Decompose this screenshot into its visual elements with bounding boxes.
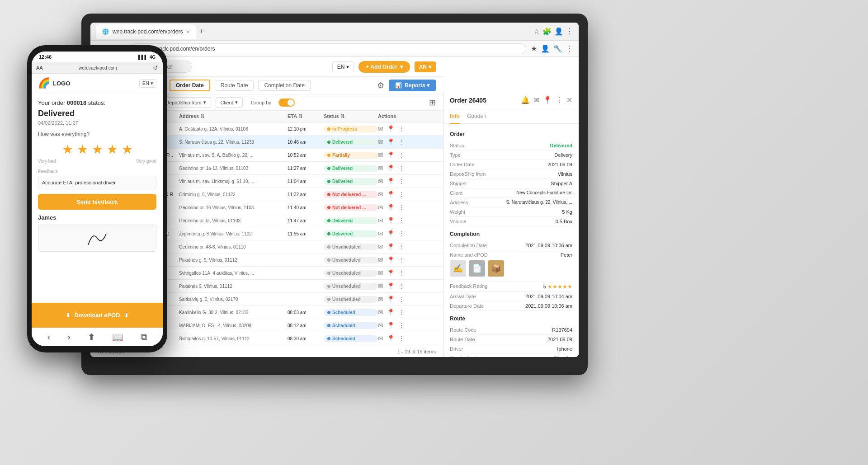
- add-order-button[interactable]: + Add Order ▾: [359, 61, 410, 73]
- star-5[interactable]: ★: [122, 142, 133, 157]
- action-loc-icon[interactable]: 📍: [387, 243, 395, 250]
- action-more-icon[interactable]: ⋮: [398, 269, 405, 277]
- depot-filter-btn[interactable]: Depot/Ship from ▾: [160, 97, 211, 108]
- more-icon[interactable]: ⋮: [566, 44, 573, 53]
- action-loc-icon[interactable]: 📍: [387, 296, 395, 303]
- action-loc-icon[interactable]: 📍: [387, 322, 395, 329]
- download-epod-button[interactable]: ⬇ Download ePOD ⬇: [38, 307, 156, 323]
- action-loc-icon[interactable]: 📍: [387, 230, 395, 237]
- stars-rating-row[interactable]: ★ ★ ★ ★ ★: [38, 142, 156, 157]
- action-msg-icon[interactable]: ✉: [378, 256, 383, 263]
- order-date-filter-btn[interactable]: Order Date: [170, 80, 210, 91]
- nav-forward-icon[interactable]: ›: [67, 332, 71, 343]
- action-msg-icon[interactable]: ✉: [378, 178, 383, 185]
- action-msg-icon[interactable]: ✉: [378, 282, 383, 290]
- bookmark-icon[interactable]: ★: [531, 44, 537, 53]
- tab-info[interactable]: Info: [450, 109, 460, 124]
- action-msg-icon[interactable]: ✉: [378, 322, 383, 329]
- profile-icon[interactable]: 👤: [554, 27, 563, 36]
- new-tab-btn[interactable]: +: [199, 27, 204, 36]
- star-4[interactable]: ★: [107, 142, 118, 157]
- panel-close-icon[interactable]: ✕: [566, 96, 572, 104]
- action-more-icon[interactable]: ⋮: [398, 282, 405, 290]
- action-more-icon[interactable]: ⋮: [398, 243, 405, 250]
- mobile-reload-icon[interactable]: ↺: [153, 64, 158, 71]
- action-more-icon[interactable]: ⋮: [398, 256, 405, 263]
- star-3[interactable]: ★: [92, 142, 103, 157]
- route-date-filter-btn[interactable]: Route Date: [215, 80, 254, 91]
- action-msg-icon[interactable]: ✉: [378, 335, 383, 342]
- reports-button[interactable]: 📊 Info Reports ▾: [389, 80, 436, 91]
- action-msg-icon[interactable]: ✉: [378, 217, 383, 224]
- epod-thumb-3[interactable]: 📦: [488, 260, 504, 277]
- action-msg-icon[interactable]: ✉: [378, 243, 383, 250]
- action-more-icon[interactable]: ⋮: [398, 335, 405, 342]
- action-msg-icon[interactable]: ✉: [378, 138, 383, 146]
- action-loc-icon[interactable]: 📍: [387, 309, 395, 316]
- action-more-icon[interactable]: ⋮: [398, 309, 405, 316]
- panel-more-icon[interactable]: ⋮: [556, 96, 563, 104]
- action-more-icon[interactable]: ⋮: [398, 217, 405, 224]
- action-msg-icon[interactable]: ✉: [378, 204, 383, 211]
- action-msg-icon[interactable]: ✉: [378, 125, 383, 132]
- action-msg-icon[interactable]: ✉: [378, 269, 383, 277]
- client-filter-btn[interactable]: Client ▾: [216, 97, 243, 108]
- action-more-icon[interactable]: ⋮: [398, 164, 405, 172]
- completion-date-filter-btn[interactable]: Completion Date: [258, 80, 310, 91]
- epod-thumb-2[interactable]: 📄: [469, 260, 485, 277]
- action-more-icon[interactable]: ⋮: [398, 178, 405, 185]
- action-loc-icon[interactable]: 📍: [387, 256, 395, 263]
- action-more-icon[interactable]: ⋮: [398, 138, 405, 146]
- profile2-icon[interactable]: 👤: [541, 44, 550, 53]
- send-feedback-button[interactable]: Send feedback: [38, 194, 156, 210]
- action-loc-icon[interactable]: 📍: [387, 217, 395, 224]
- action-loc-icon[interactable]: 📍: [387, 204, 395, 211]
- menu-icon[interactable]: ⋮: [566, 27, 573, 36]
- action-loc-icon[interactable]: 📍: [387, 282, 395, 290]
- action-loc-icon[interactable]: 📍: [387, 178, 395, 185]
- browser-tab[interactable]: 🌐 web.track-pod.com/en/orders ×: [96, 24, 196, 39]
- epod-thumb-1[interactable]: ✍: [450, 260, 466, 277]
- nav-bookmark-icon[interactable]: 📖: [112, 332, 123, 343]
- group-by-toggle[interactable]: [278, 99, 295, 107]
- panel-bell-icon[interactable]: 🔔: [521, 96, 530, 104]
- action-msg-icon[interactable]: ✉: [378, 164, 383, 172]
- action-loc-icon[interactable]: 📍: [387, 269, 395, 277]
- mobile-lang-selector[interactable]: EN ▾: [139, 79, 156, 88]
- grid-view-icon[interactable]: ⊞: [429, 98, 436, 108]
- action-loc-icon[interactable]: 📍: [387, 335, 395, 342]
- action-more-icon[interactable]: ⋮: [398, 191, 405, 198]
- star-1[interactable]: ★: [62, 142, 73, 157]
- action-more-icon[interactable]: ⋮: [398, 151, 405, 159]
- panel-location-icon[interactable]: 📍: [543, 96, 552, 104]
- star-icon[interactable]: ☆: [533, 27, 540, 36]
- puzzle-icon[interactable]: 🔧: [553, 44, 562, 53]
- extension-icon[interactable]: 🧩: [542, 27, 552, 36]
- nav-share-icon[interactable]: ⬆: [88, 332, 95, 343]
- feedback-text[interactable]: Accurate ETA, professional driver: [38, 176, 156, 189]
- action-msg-icon[interactable]: ✉: [378, 151, 383, 159]
- action-more-icon[interactable]: ⋮: [398, 204, 405, 211]
- action-msg-icon[interactable]: ✉: [378, 309, 383, 316]
- tab-close-btn[interactable]: ×: [186, 29, 189, 34]
- tab-goods[interactable]: Goods ›: [467, 109, 486, 124]
- action-loc-icon[interactable]: 📍: [387, 191, 395, 198]
- action-loc-icon[interactable]: 📍: [387, 164, 395, 172]
- nav-tabs-icon[interactable]: ⧉: [141, 332, 147, 343]
- panel-email-icon[interactable]: ✉: [533, 96, 539, 104]
- action-msg-icon[interactable]: ✉: [378, 296, 383, 303]
- an-button[interactable]: AN ▾: [415, 61, 436, 72]
- action-more-icon[interactable]: ⋮: [398, 296, 405, 303]
- star-2[interactable]: ★: [77, 142, 88, 157]
- action-loc-icon[interactable]: 📍: [387, 138, 395, 146]
- lang-button[interactable]: EN ▾: [332, 61, 354, 72]
- address-box[interactable]: 🔒 web.track-pod.com/en/orders: [130, 43, 526, 54]
- action-msg-icon[interactable]: ✉: [378, 191, 383, 198]
- action-loc-icon[interactable]: 📍: [387, 125, 395, 132]
- action-more-icon[interactable]: ⋮: [398, 230, 405, 237]
- action-msg-icon[interactable]: ✉: [378, 230, 383, 237]
- action-loc-icon[interactable]: 📍: [387, 151, 395, 159]
- action-more-icon[interactable]: ⋮: [398, 322, 405, 329]
- nav-back-icon[interactable]: ‹: [47, 332, 51, 343]
- action-more-icon[interactable]: ⋮: [398, 125, 405, 132]
